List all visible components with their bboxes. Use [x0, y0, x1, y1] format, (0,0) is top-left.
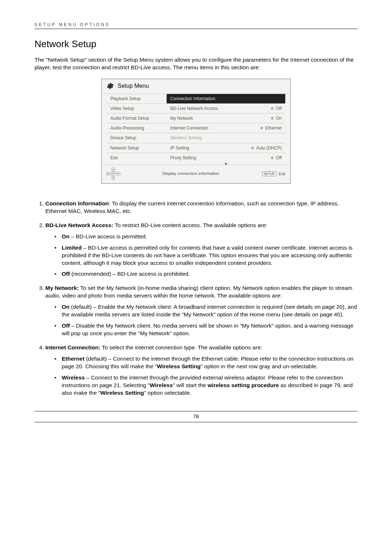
- row-label: Internet Connection: [170, 125, 260, 131]
- menu-right-row[interactable]: Connection Information: [167, 94, 285, 104]
- sub-item: On (default) – Enable the My Network cli…: [62, 303, 358, 319]
- sub-item: Off (recommended) – BD-Live access is pr…: [62, 270, 358, 278]
- row-value: Auto (DHCP): [256, 145, 282, 151]
- option-description: To restrict BD-Live content access. The …: [113, 222, 267, 228]
- page-number: 78: [34, 411, 358, 422]
- row-value: Ethernet: [265, 125, 282, 131]
- main-options-list: Connection Information: To display the c…: [34, 200, 358, 397]
- footer-help-text: Display connection information: [149, 171, 233, 177]
- menu-left-item[interactable]: Network Setup: [107, 143, 167, 153]
- option-description: To select the internet connection type. …: [101, 344, 262, 350]
- menu-left-item[interactable]: Audio Processing: [107, 123, 167, 133]
- value-dot-icon: [271, 156, 274, 159]
- setup-menu-title: Setup Menu: [118, 82, 149, 90]
- menu-right-row[interactable]: BD-Live Network Access Off: [167, 104, 285, 114]
- sub-item: Ethernet (default) – Connect to the inte…: [62, 355, 358, 370]
- option-name: Connection Information: [45, 200, 109, 206]
- setup-badge: SETUP: [262, 171, 277, 176]
- menu-right-row[interactable]: IP Setting Auto (DHCP): [167, 143, 285, 153]
- list-item: My Network: To set the My Network (in-ho…: [45, 284, 358, 337]
- value-dot-icon: [260, 127, 263, 130]
- setup-menu-screenshot: Setup Menu Playback Setup Video Setup Au…: [101, 79, 291, 184]
- option-description: To set the My Network (in-home media sha…: [45, 285, 352, 299]
- row-label: Proxy Setting: [170, 155, 271, 161]
- setup-menu-header: Setup Menu: [102, 79, 290, 94]
- row-label: Connection Information: [170, 96, 282, 102]
- setup-menu-left-column: Playback Setup Video Setup Audio Format …: [107, 94, 167, 165]
- row-value: On: [276, 115, 282, 121]
- footer-exit-text: Exit: [279, 171, 285, 177]
- sub-item: Off – Disable the My Network client. No …: [62, 322, 358, 337]
- menu-left-item[interactable]: Device Setup: [107, 133, 167, 143]
- row-value: Off: [276, 155, 282, 161]
- option-name: Internet Connection:: [45, 344, 101, 350]
- value-dot-icon: [271, 107, 274, 110]
- menu-right-row[interactable]: My Network On: [167, 114, 285, 123]
- list-item: Internet Connection: To select the inter…: [45, 344, 358, 397]
- sub-item: Limited – BD-Live access is permitted on…: [62, 244, 358, 267]
- sub-item: On – BD-Live access is permitted.: [62, 233, 358, 241]
- scroll-down-icon: ▾: [167, 162, 285, 165]
- dpad-icon: ▴ ◂OK▸ ▾: [107, 167, 120, 180]
- value-dot-icon: [271, 117, 274, 120]
- menu-right-row-disabled: Wireless Setting: [167, 133, 285, 143]
- menu-left-item[interactable]: Audio Format Setup: [107, 114, 167, 123]
- list-item: BD-Live Network Access: To restrict BD-L…: [45, 222, 358, 278]
- value-dot-icon: [251, 147, 254, 149]
- row-value: Off: [276, 106, 282, 111]
- option-name: My Network:: [45, 285, 79, 291]
- list-item: Connection Information: To display the c…: [45, 200, 358, 215]
- menu-left-item-exit[interactable]: Exit: [107, 153, 167, 163]
- row-label: BD-Live Network Access: [170, 106, 271, 111]
- menu-left-item[interactable]: Playback Setup: [107, 94, 167, 104]
- menu-left-item[interactable]: Video Setup: [107, 104, 167, 114]
- option-name: BD-Live Network Access:: [45, 222, 113, 228]
- row-label: Wireless Setting: [170, 135, 282, 141]
- gear-icon: [107, 82, 114, 90]
- setup-menu-right-column: Connection Information BD-Live Network A…: [167, 94, 285, 165]
- row-label: My Network: [170, 115, 271, 121]
- running-header: SETUP MENU OPTIONS: [34, 22, 358, 29]
- sub-item: Wireless – Connect to the internet throu…: [62, 374, 358, 397]
- row-label: IP Setting: [170, 145, 251, 151]
- intro-text: The "Network Setup" section of the Setup…: [34, 56, 358, 71]
- page-title: Network Setup: [34, 38, 358, 50]
- menu-right-row[interactable]: Internet Connection Ethernet: [167, 123, 285, 133]
